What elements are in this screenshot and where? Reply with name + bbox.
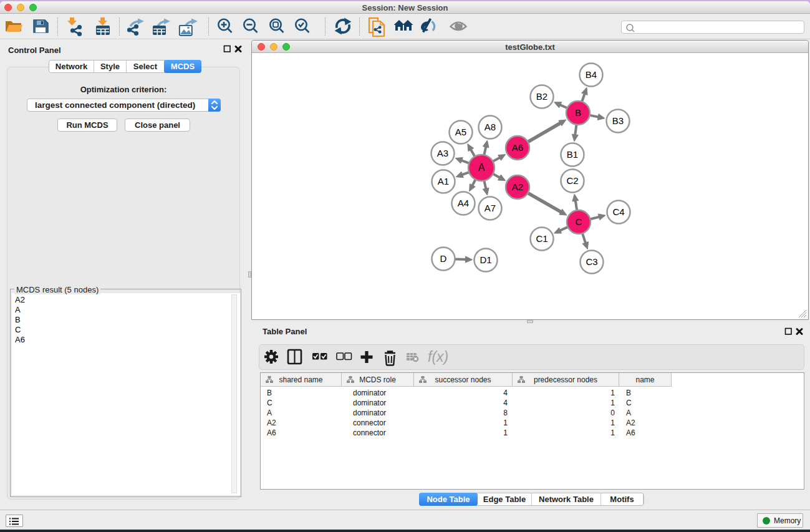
svg-text:A1: A1: [438, 176, 449, 186]
svg-text:A7: A7: [485, 203, 496, 213]
svg-text:B4: B4: [586, 69, 597, 80]
svg-text:A4: A4: [458, 198, 469, 208]
svg-text:A8: A8: [485, 122, 496, 132]
svg-text:A5: A5: [455, 127, 466, 137]
svg-text:D1: D1: [480, 254, 491, 265]
svg-text:B2: B2: [536, 91, 547, 102]
svg-text:f(x): f(x): [428, 349, 448, 365]
svg-text:A3: A3: [437, 148, 448, 158]
svg-text:C1: C1: [536, 233, 547, 244]
svg-text:B: B: [575, 107, 581, 118]
svg-text:C3: C3: [586, 256, 597, 267]
svg-text:C: C: [576, 216, 582, 227]
svg-text:A2: A2: [512, 181, 523, 192]
svg-text:B1: B1: [567, 149, 578, 160]
svg-text:C2: C2: [566, 175, 578, 186]
svg-text:A: A: [478, 162, 485, 173]
svg-text:A6: A6: [512, 142, 523, 153]
svg-text:D: D: [440, 253, 447, 264]
svg-text:C4: C4: [612, 206, 624, 217]
svg-text:B3: B3: [612, 115, 624, 126]
